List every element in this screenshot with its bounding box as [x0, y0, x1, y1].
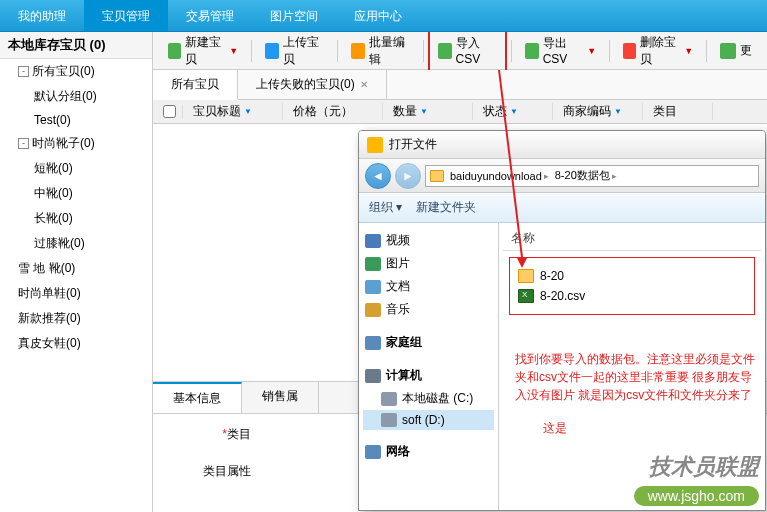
- tree-item[interactable]: 雪 地 靴(0): [0, 256, 152, 281]
- top-nav: 我的助理 宝贝管理 交易管理 图片空间 应用中心: [0, 0, 767, 32]
- folder-icon: [430, 170, 444, 182]
- col-qty[interactable]: 数量▼: [383, 103, 473, 120]
- dialog-tree-item[interactable]: 网络: [363, 440, 494, 463]
- csv-icon: [518, 289, 534, 303]
- file-highlight-box: 8-20 8-20.csv: [509, 257, 755, 315]
- dialog-tree-item[interactable]: 本地磁盘 (C:): [363, 387, 494, 410]
- dialog-tree-item[interactable]: 文档: [363, 275, 494, 298]
- file-header-name[interactable]: 名称: [503, 227, 761, 251]
- nav-assistant[interactable]: 我的助理: [0, 0, 84, 31]
- watermark-url: www.jsgho.com: [634, 486, 759, 506]
- nav-product[interactable]: 宝贝管理: [84, 0, 168, 31]
- detail-tab-basic[interactable]: 基本信息: [153, 382, 242, 413]
- label-category: *类目: [171, 426, 251, 443]
- col-cat[interactable]: 类目: [643, 103, 713, 120]
- dialog-tree: 视频图片文档音乐家庭组计算机本地磁盘 (C:)soft (D:)网络: [359, 223, 499, 510]
- new-folder-button[interactable]: 新建文件夹: [416, 199, 476, 216]
- dialog-tree-item[interactable]: 图片: [363, 252, 494, 275]
- tree-item[interactable]: 默认分组(0): [0, 84, 152, 109]
- dialog-tree-item[interactable]: 音乐: [363, 298, 494, 321]
- col-price[interactable]: 价格（元）: [283, 103, 383, 120]
- detail-tab-sales[interactable]: 销售属: [242, 382, 319, 413]
- batch-button[interactable]: 批量编辑: [342, 32, 419, 73]
- import-csv-button[interactable]: 导入CSV: [428, 32, 508, 72]
- folder-icon: [367, 137, 383, 153]
- tab-all[interactable]: 所有宝贝: [153, 70, 238, 100]
- tree-item[interactable]: 中靴(0): [0, 181, 152, 206]
- back-button[interactable]: ◄: [365, 163, 391, 189]
- organize-button[interactable]: 组织 ▾: [369, 199, 402, 216]
- more-button[interactable]: 更: [711, 37, 761, 64]
- label-category-attr: 类目属性: [171, 463, 251, 480]
- dialog-tree-item[interactable]: 视频: [363, 229, 494, 252]
- col-status[interactable]: 状态▼: [473, 103, 553, 120]
- tree-item[interactable]: 新款推荐(0): [0, 306, 152, 331]
- tree-item[interactable]: Test(0): [0, 109, 152, 131]
- col-title[interactable]: 宝贝标题▼: [183, 103, 283, 120]
- select-all-checkbox[interactable]: [163, 105, 176, 118]
- annotation-arrowhead: [517, 258, 527, 268]
- col-code[interactable]: 商家编码▼: [553, 103, 643, 120]
- nav-trade[interactable]: 交易管理: [168, 0, 252, 31]
- nav-image[interactable]: 图片空间: [252, 0, 336, 31]
- tree-item[interactable]: 过膝靴(0): [0, 231, 152, 256]
- upload-button[interactable]: 上传宝贝: [256, 32, 333, 73]
- annotation-text-2: 这是: [543, 420, 567, 437]
- tree-item[interactable]: 时尚单鞋(0): [0, 281, 152, 306]
- sidebar-title: 本地库存宝贝 (0): [0, 32, 152, 59]
- dialog-tree-item[interactable]: 家庭组: [363, 331, 494, 354]
- file-item-csv[interactable]: 8-20.csv: [518, 286, 746, 306]
- file-item-folder[interactable]: 8-20: [518, 266, 746, 286]
- tree-item[interactable]: 短靴(0): [0, 156, 152, 181]
- folder-icon: [518, 269, 534, 283]
- new-button[interactable]: 新建宝贝▼: [159, 32, 247, 73]
- dialog-tree-item[interactable]: 计算机: [363, 364, 494, 387]
- address-bar[interactable]: baiduyundownload▸ 8-20数据包▸: [425, 165, 759, 187]
- tree-item[interactable]: 长靴(0): [0, 206, 152, 231]
- dialog-tree-item[interactable]: soft (D:): [363, 410, 494, 430]
- toolbar: 新建宝贝▼ 上传宝贝 批量编辑 导入CSV 导出CSV▼ 删除宝贝▼ 更: [153, 32, 767, 70]
- dialog-title: 打开文件: [389, 136, 437, 153]
- close-icon[interactable]: ✕: [360, 79, 368, 90]
- tree-item[interactable]: -所有宝贝(0): [0, 59, 152, 84]
- export-csv-button[interactable]: 导出CSV▼: [516, 32, 605, 71]
- tree-item[interactable]: 真皮女鞋(0): [0, 331, 152, 356]
- nav-apps[interactable]: 应用中心: [336, 0, 420, 31]
- column-headers: 宝贝标题▼ 价格（元） 数量▼ 状态▼ 商家编码▼ 类目: [153, 100, 767, 124]
- dialog-titlebar: 打开文件: [359, 131, 765, 159]
- sidebar: 本地库存宝贝 (0) -所有宝贝(0)默认分组(0)Test(0)-时尚靴子(0…: [0, 32, 153, 512]
- annotation-text: 找到你要导入的数据包。注意这里必须是文件夹和csv文件一起的这里非常重要 很多朋…: [515, 350, 755, 404]
- forward-button[interactable]: ►: [395, 163, 421, 189]
- tab-failed[interactable]: 上传失败的宝贝(0)✕: [238, 70, 387, 99]
- content-tabs: 所有宝贝 上传失败的宝贝(0)✕: [153, 70, 767, 100]
- watermark: 技术员联盟: [649, 452, 759, 482]
- tree-item[interactable]: -时尚靴子(0): [0, 131, 152, 156]
- delete-button[interactable]: 删除宝贝▼: [614, 32, 702, 73]
